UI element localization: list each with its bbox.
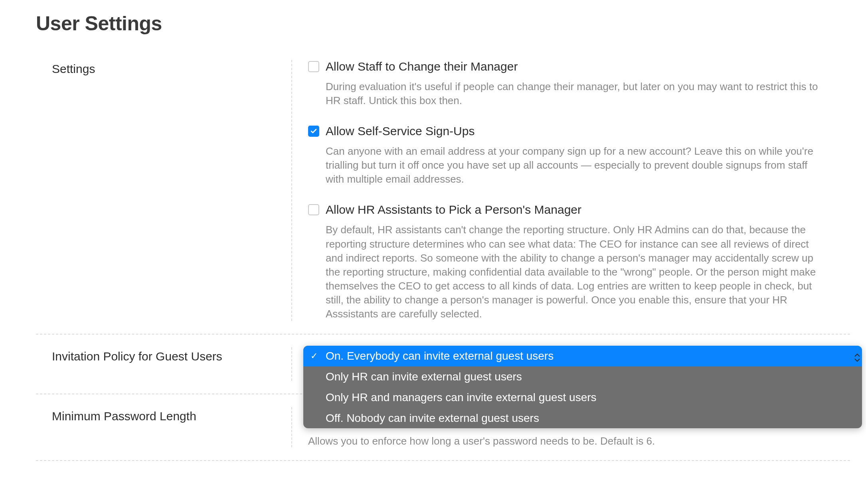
section-label-settings: Settings (36, 60, 291, 321)
setting-allow-staff-change-manager: Allow Staff to Change their Manager Duri… (308, 60, 826, 108)
password-description: Allows you to enforce how long a user's … (308, 435, 826, 447)
dropdown-option-on-everybody[interactable]: ✓ On. Everybody can invite external gues… (303, 346, 862, 366)
dropdown-option-only-hr[interactable]: ✓ Only HR can invite external guest user… (303, 366, 862, 387)
section-label-invitation: Invitation Policy for Guest Users (36, 347, 291, 381)
settings-row-invitation-policy: Invitation Policy for Guest Users ✓ On. … (36, 334, 850, 394)
setting-allow-hr-assistants-pick-manager: Allow HR Assistants to Pick a Person's M… (308, 203, 826, 321)
invitation-policy-dropdown-list: ✓ On. Everybody can invite external gues… (303, 346, 862, 428)
select-stepper-icon (853, 352, 861, 363)
checkbox-label: Allow Self-Service Sign-Ups (326, 124, 475, 138)
checkbox-allow-self-service-signups[interactable] (308, 126, 319, 137)
dropdown-option-label: Only HR can invite external guest users (326, 370, 522, 383)
checkbox-allow-staff-change-manager[interactable] (308, 61, 319, 72)
checkbox-description: Can anyone with an email address at your… (308, 144, 826, 186)
check-icon: ✓ (310, 350, 318, 362)
dropdown-option-hr-and-managers[interactable]: ✓ Only HR and managers can invite extern… (303, 387, 862, 408)
checkbox-allow-hr-assistants-pick-manager[interactable] (308, 204, 319, 215)
dropdown-option-label: On. Everybody can invite external guest … (326, 350, 554, 362)
page-title: User Settings (0, 0, 866, 47)
checkbox-description: By default, HR assistants can't change t… (308, 223, 826, 321)
setting-allow-self-service-signups: Allow Self-Service Sign-Ups Can anyone w… (308, 124, 826, 186)
dropdown-option-label: Only HR and managers can invite external… (326, 391, 597, 404)
dropdown-option-off-nobody[interactable]: ✓ Off. Nobody can invite external guest … (303, 408, 862, 429)
settings-content: Allow Staff to Change their Manager Duri… (291, 60, 850, 321)
checkbox-description: During evaluation it's useful if people … (308, 80, 826, 108)
check-icon (310, 128, 317, 135)
settings-row-general: Settings Allow Staff to Change their Man… (36, 47, 850, 334)
invitation-content: ✓ On. Everybody can invite external gues… (291, 347, 850, 381)
checkbox-label: Allow HR Assistants to Pick a Person's M… (326, 203, 581, 217)
checkbox-label: Allow Staff to Change their Manager (326, 60, 518, 73)
dropdown-option-label: Off. Nobody can invite external guest us… (326, 412, 539, 424)
section-label-password: Minimum Password Length (36, 407, 291, 447)
